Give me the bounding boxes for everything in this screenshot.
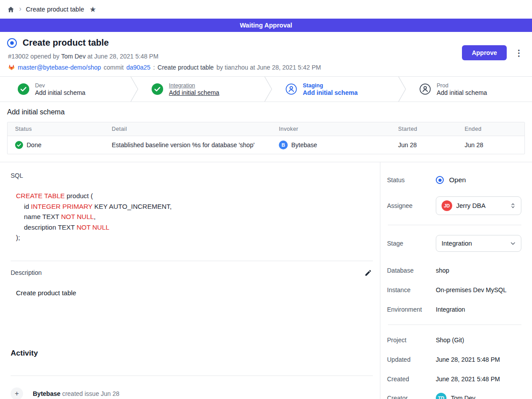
activity-action: created issue Jun 28 — [62, 390, 119, 397]
task-done-icon — [15, 141, 23, 149]
selector-icon — [509, 202, 516, 209]
stage-env-label: Prod — [437, 82, 487, 89]
assignee-label: Assignee — [387, 202, 436, 209]
creator-value: Tom Dev — [451, 395, 475, 399]
created-label: Created — [387, 376, 436, 383]
col-ended: Ended — [457, 122, 524, 136]
invoker-avatar: B — [279, 141, 288, 149]
created-value: June 28, 2021 5:48 PM — [436, 376, 500, 383]
issue-title: Create product table — [23, 38, 109, 48]
environment-value: Integration — [436, 306, 465, 313]
creator-avatar: TD — [436, 393, 446, 399]
issue-header: Create product table #13002 opened by To… — [0, 32, 532, 76]
kebab-menu-icon[interactable]: ⋮ — [513, 48, 525, 58]
pipeline: Dev Add initial schema Integration Add i… — [0, 76, 532, 102]
vcs-branch-link[interactable]: master@bytebase-demo/shop — [18, 64, 101, 71]
divider — [11, 261, 373, 261]
stage-env-label[interactable]: Integration — [169, 82, 219, 89]
favorite-star-icon[interactable]: ★ — [90, 5, 96, 14]
pipeline-stage-integration[interactable]: Integration Add initial schema — [138, 77, 264, 102]
updated-label: Updated — [387, 356, 436, 363]
breadcrumb: › Create product table ★ — [0, 0, 532, 19]
sql-label: SQL — [11, 172, 373, 179]
database-label: Database — [387, 267, 436, 274]
activity-item: + Bytebase created issue Jun 28 — [11, 387, 373, 399]
pipeline-stage-dev[interactable]: Dev Add initial schema — [0, 77, 130, 102]
assignee-select[interactable]: JD Jerry DBA — [436, 196, 521, 215]
description-label: Description — [11, 269, 42, 276]
chevron-down-icon — [509, 240, 516, 247]
plus-icon: + — [11, 387, 23, 399]
task-detail-text: Established baseline version %s for data… — [104, 136, 271, 154]
task-invoker-text: Bytebase — [291, 141, 317, 149]
description-text: Create product table — [16, 289, 373, 297]
environment-label: Environment — [387, 306, 436, 313]
stage-task-label: Add initial schema — [437, 89, 487, 96]
chevron-right-icon: › — [19, 5, 21, 13]
stage-separator — [130, 77, 138, 102]
stage-env-label: Dev — [35, 82, 86, 89]
task-ended-text: Jun 28 — [457, 136, 524, 154]
col-invoker: Invoker — [271, 122, 391, 136]
activity-actor: Bytebase — [33, 390, 60, 397]
breadcrumb-page-title[interactable]: Create product table — [26, 6, 84, 13]
issue-author: Tom Dev — [61, 53, 86, 60]
task-section: Add initial schema Status Detail Invoker… — [0, 102, 532, 154]
stage-select[interactable]: Integration — [436, 235, 521, 252]
stage-done-icon — [152, 83, 163, 95]
instance-value: On-premises Dev MySQL — [436, 286, 506, 293]
stage-task-label: Add initial schema — [35, 89, 86, 96]
issue-meta-prefix: #13002 opened by — [8, 53, 59, 60]
stage-separator — [398, 77, 406, 102]
vcs-commit-message: Create product table — [157, 64, 214, 71]
approve-button[interactable]: Approve — [462, 45, 507, 60]
stage-done-icon — [18, 83, 29, 95]
activity-timeline: + Bytebase created issue Jun 28 — [11, 387, 373, 399]
stage-env-label: Staging — [303, 82, 358, 89]
updated-value: June 28, 2021 5:48 PM — [436, 356, 500, 363]
issue-open-icon — [7, 38, 17, 48]
creator-label: Creator — [387, 395, 436, 399]
assignee-value: Jerry DBA — [456, 202, 505, 209]
assignee-avatar: JD — [442, 200, 452, 211]
status-label: Status — [387, 176, 436, 184]
database-value: shop — [436, 267, 449, 274]
stage-separator — [264, 77, 272, 102]
stage-label: Stage — [387, 240, 436, 247]
task-table-header: Status Detail Invoker Started Ended — [8, 122, 524, 136]
issue-main-column: SQL CREATE TABLE product ( id INTEGER PR… — [0, 162, 380, 399]
vcs-colon: : — [153, 64, 155, 71]
issue-meta: #13002 opened by Tom Dev at June 28, 202… — [8, 53, 525, 60]
vcs-commit-suffix: by tianzhou at June 28, 2021 5:42 PM — [216, 64, 321, 71]
activity-title: Activity — [11, 349, 373, 358]
stage-value: Integration — [442, 240, 505, 247]
pipeline-stage-staging[interactable]: Staging Add initial schema — [272, 77, 398, 102]
instance-label: Instance — [387, 286, 436, 293]
col-detail: Detail — [104, 122, 271, 136]
divider — [11, 376, 373, 376]
vcs-commit-label: commit — [104, 64, 124, 71]
col-started: Started — [391, 122, 457, 136]
divider — [388, 225, 521, 225]
home-icon[interactable] — [7, 6, 15, 13]
pipeline-stage-prod[interactable]: Prod Add initial schema — [406, 77, 532, 102]
task-started-text: Jun 28 — [391, 136, 457, 154]
task-table-row[interactable]: Done Established baseline version %s for… — [8, 136, 524, 154]
gitlab-icon — [8, 64, 15, 71]
divider — [388, 325, 521, 325]
approval-banner: Waiting Approval — [0, 19, 532, 32]
status-open-icon — [436, 176, 444, 184]
project-value[interactable]: Shop (Git) — [436, 336, 464, 344]
col-status: Status — [8, 122, 104, 136]
edit-description-icon[interactable] — [364, 268, 373, 278]
task-section-title: Add initial schema — [7, 108, 525, 116]
vcs-commit-hash-link[interactable]: da90a25 — [126, 64, 151, 71]
status-value: Open — [436, 176, 466, 184]
project-label: Project — [387, 336, 436, 344]
stage-task-label[interactable]: Add initial schema — [169, 89, 219, 96]
stage-task-label: Add initial schema — [303, 89, 358, 96]
issue-meta-suffix: at June 28, 2021 5:48 PM — [87, 53, 158, 60]
approval-banner-text: Waiting Approval — [240, 22, 292, 29]
vcs-commit-line: master@bytebase-demo/shop commit da90a25… — [8, 64, 525, 71]
task-table: Status Detail Invoker Started Ended Done… — [7, 122, 525, 154]
